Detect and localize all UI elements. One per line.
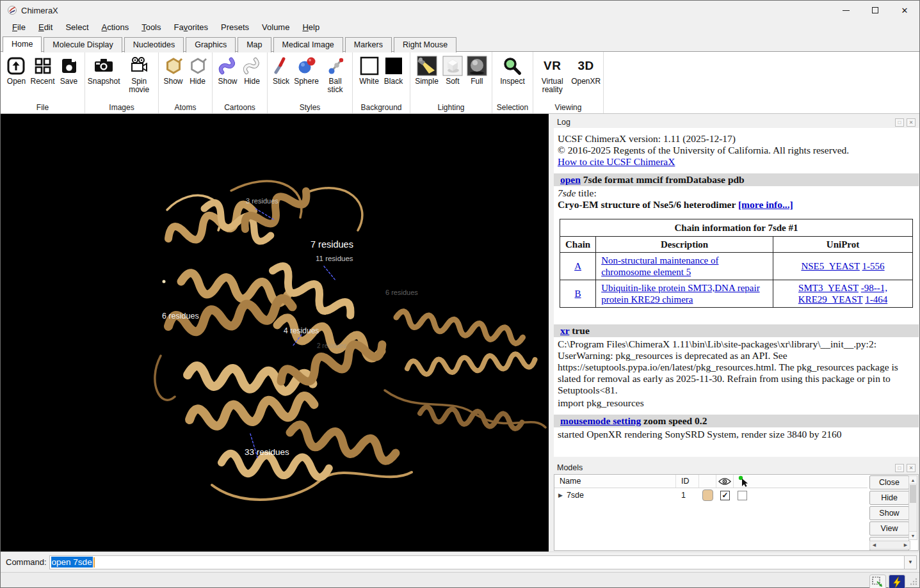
model-id: 1: [676, 488, 699, 502]
open-command-link[interactable]: open: [560, 174, 581, 185]
model-show-button[interactable]: Show: [869, 506, 909, 520]
models-float-button[interactable]: □: [895, 464, 904, 472]
menu-item-help[interactable]: Help: [296, 21, 326, 33]
cartoons-show-button[interactable]: Show: [216, 54, 240, 86]
virtual-reality-button[interactable]: VR Virtual reality: [535, 54, 570, 95]
resize-grip[interactable]: [909, 577, 918, 586]
residue-label: 6 residues: [162, 312, 199, 321]
menu-item-file[interactable]: File: [6, 21, 32, 33]
stick-style-button[interactable]: Stick: [269, 54, 293, 95]
white-background-button[interactable]: White: [357, 54, 382, 86]
scroll-right-arrow[interactable]: ▶: [901, 543, 910, 548]
uniprot-range-link[interactable]: 1-556: [862, 261, 885, 271]
residue-label: 6 residues: [385, 289, 418, 296]
ball-stick-style-button[interactable]: Ball stick: [319, 54, 351, 95]
id-column-header[interactable]: ID: [676, 475, 699, 488]
mousemode-command-link[interactable]: mousemode setting: [560, 415, 641, 426]
simple-lighting-button[interactable]: Simple: [413, 54, 440, 86]
tab-medical-image[interactable]: Medical Image: [273, 37, 343, 52]
chain-a-link[interactable]: A: [574, 261, 581, 271]
recent-button[interactable]: Recent: [28, 54, 56, 86]
maximize-button[interactable]: [860, 1, 890, 20]
command-selected-text: open 7sde: [51, 557, 93, 568]
virtual-reality-label: Virtual reality: [537, 77, 568, 94]
name-column-header[interactable]: Name: [554, 475, 676, 488]
snapshot-region-button[interactable]: [869, 575, 886, 588]
menu-text: Presets: [221, 22, 249, 32]
chain-a-description-link[interactable]: Non-structural maintenance of chromosome…: [601, 255, 718, 277]
expand-arrow-icon[interactable]: ▶: [558, 492, 563, 498]
cartoons-hide-button[interactable]: Hide: [240, 54, 264, 86]
menu-bar: File Edit Select Actions Tools Favorites…: [1, 20, 919, 35]
tab-map[interactable]: Map: [238, 37, 271, 52]
atoms-show-button[interactable]: Show: [161, 54, 186, 86]
chain-b-description-link[interactable]: Ubiquitin-like protein SMT3,DNA repair p…: [601, 283, 759, 305]
xr-command-link[interactable]: xr: [560, 325, 569, 336]
menu-text: ile: [17, 22, 26, 32]
black-background-button[interactable]: Black: [382, 54, 406, 86]
save-button[interactable]: Save: [57, 54, 81, 86]
spin-movie-button[interactable]: Spin movie: [121, 54, 157, 95]
residue-label: 4 residues: [284, 326, 319, 335]
close-button[interactable]: ✕: [890, 1, 919, 20]
tab-molecule-display[interactable]: Molecule Display: [44, 37, 122, 52]
menu-item-actions[interactable]: Actions: [95, 21, 136, 33]
model-close-button[interactable]: Close: [869, 475, 909, 489]
uniprot-range-link[interactable]: -98--1,: [861, 283, 887, 293]
model-view-button[interactable]: View: [869, 521, 909, 536]
command-input[interactable]: open 7sde: [49, 555, 905, 569]
cite-link[interactable]: How to cite UCSF ChimeraX: [558, 156, 675, 167]
open-label: Open: [7, 77, 26, 86]
black-square-icon: [383, 54, 404, 77]
chain-b-link[interactable]: B: [575, 289, 581, 299]
scroll-thumb[interactable]: [910, 485, 916, 503]
scroll-left-arrow[interactable]: ◀: [870, 543, 878, 548]
white-label: White: [359, 77, 379, 86]
sphere-style-button[interactable]: Sphere: [293, 54, 319, 95]
model-color-swatch[interactable]: [702, 489, 713, 501]
tab-right-mouse[interactable]: Right Mouse: [394, 37, 456, 52]
soft-lighting-button[interactable]: Soft: [440, 54, 465, 86]
menu-item-volume[interactable]: Volume: [255, 21, 296, 33]
menu-item-presets[interactable]: Presets: [214, 21, 255, 33]
menu-item-favorites[interactable]: Favorites: [168, 21, 214, 33]
models-close-button[interactable]: ✕: [907, 464, 916, 472]
rapid-command-button[interactable]: [889, 575, 905, 588]
uniprot-range-link[interactable]: 1-464: [865, 294, 887, 305]
full-lighting-button[interactable]: Full: [465, 54, 489, 86]
tab-markers[interactable]: Markers: [345, 37, 392, 52]
menu-item-select[interactable]: Select: [59, 21, 95, 33]
models-horizontal-scrollbar[interactable]: ◀ ▶: [869, 541, 910, 550]
models-vertical-scrollbar[interactable]: ▲ ▼: [908, 475, 917, 540]
open-button[interactable]: Open: [4, 54, 28, 86]
snapshot-button[interactable]: Snapshot: [86, 54, 121, 95]
model-row-7sde[interactable]: ▶7sde 1: [554, 488, 868, 502]
uniprot-name-link[interactable]: SMT3_YEAST: [798, 283, 859, 293]
tab-home[interactable]: Home: [3, 36, 42, 52]
menu-accel: A: [102, 22, 108, 32]
uniprot-name-link[interactable]: NSE5_YEAST: [801, 261, 859, 271]
menu-item-edit[interactable]: Edit: [32, 21, 59, 33]
model-hide-button[interactable]: Hide: [869, 491, 909, 505]
open-icon: [6, 54, 26, 77]
scroll-down-arrow[interactable]: ▼: [909, 531, 917, 539]
tab-nucleotides[interactable]: Nucleotides: [124, 37, 184, 52]
minimize-button[interactable]: [831, 1, 860, 20]
tab-graphics[interactable]: Graphics: [186, 37, 236, 52]
menu-item-tools[interactable]: Tools: [135, 21, 167, 33]
3d-text-icon: 3D: [578, 59, 594, 73]
pkg-resources-warning: C:\Program Files\ChimeraX 1.11\bin\Lib\s…: [558, 338, 912, 396]
uniprot-name-link[interactable]: KRE29_YEAST: [798, 294, 863, 305]
openxr-button[interactable]: 3D OpenXR: [570, 54, 602, 95]
scroll-up-arrow[interactable]: ▲: [909, 476, 917, 484]
log-float-button[interactable]: □: [895, 118, 904, 127]
model-shown-checkbox[interactable]: [720, 491, 730, 500]
atoms-hide-button[interactable]: Hide: [186, 54, 210, 86]
more-info-link[interactable]: [more info...]: [738, 199, 793, 210]
3d-viewport[interactable]: 3 residues 7 residues 11 residues 6 resi…: [1, 114, 549, 552]
command-history-dropdown[interactable]: ▼: [905, 555, 917, 569]
log-close-button[interactable]: ✕: [907, 118, 916, 127]
inspect-button[interactable]: Inspect: [498, 54, 527, 86]
model-selected-checkbox[interactable]: [738, 491, 747, 500]
mousemode-command-args: zoom speed 0.2: [641, 415, 707, 426]
